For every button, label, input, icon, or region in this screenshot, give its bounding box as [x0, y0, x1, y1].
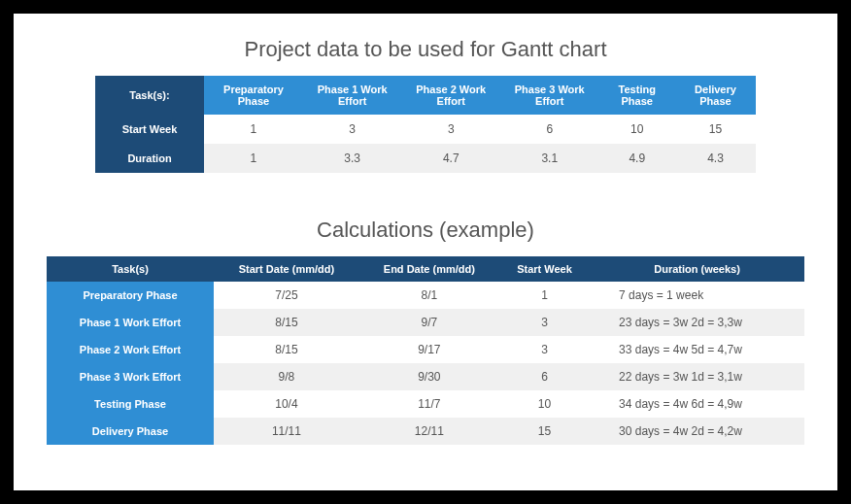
cell: 1 — [204, 115, 303, 144]
cell: 3 — [499, 336, 590, 363]
col-header: Testing Phase — [599, 76, 675, 115]
cell: 11/11 — [214, 418, 359, 445]
row-label: Preparatory Phase — [47, 282, 214, 309]
cell: 3 — [303, 115, 402, 144]
cell: 7/25 — [214, 282, 359, 309]
row-label: Duration — [95, 144, 204, 173]
section1-title: Project data to be used for Gantt chart — [33, 37, 818, 62]
cell: 8/1 — [359, 282, 499, 309]
cell: 1 — [499, 282, 590, 309]
table-row: Duration 1 3.3 4.7 3.1 4.9 4.3 — [95, 144, 756, 173]
cell: 3 — [401, 115, 500, 144]
table-row: Start Week 1 3 3 6 10 15 — [95, 115, 756, 144]
cell: 3 — [499, 309, 590, 336]
row-label: Start Week — [95, 115, 204, 144]
cell: 10/4 — [214, 390, 359, 418]
cell: 1 — [204, 144, 303, 173]
corner-header: Task(s): — [95, 76, 204, 115]
row-label: Testing Phase — [47, 390, 214, 418]
col-header: Duration (weeks) — [590, 256, 804, 282]
cell: 9/8 — [214, 363, 359, 390]
cell: 4.7 — [401, 144, 500, 173]
cell: 3.1 — [500, 144, 599, 173]
cell: 15 — [675, 115, 756, 144]
table-header-row: Task(s): Preparatory Phase Phase 1 Work … — [95, 76, 756, 115]
calculations-table: Task(s) Start Date (mm/dd) End Date (mm/… — [47, 256, 804, 445]
col-header: Phase 2 Work Effort — [401, 76, 500, 115]
cell: 22 days = 3w 1d = 3,1w — [590, 363, 804, 390]
table-header-row: Task(s) Start Date (mm/dd) End Date (mm/… — [47, 256, 804, 282]
row-label: Phase 2 Work Effort — [47, 336, 214, 363]
document-sheet: Project data to be used for Gantt chart … — [14, 14, 837, 490]
cell: 6 — [500, 115, 599, 144]
cell: 9/17 — [359, 336, 499, 363]
cell: 9/30 — [359, 363, 499, 390]
cell: 4.3 — [675, 144, 756, 173]
gantt-data-table: Task(s): Preparatory Phase Phase 1 Work … — [95, 76, 756, 173]
cell: 33 days = 4w 5d = 4,7w — [590, 336, 804, 363]
cell: 23 days = 3w 2d = 3,3w — [590, 309, 804, 336]
col-header: Start Date (mm/dd) — [214, 256, 359, 282]
col-header: Phase 1 Work Effort — [303, 76, 402, 115]
col-header: Task(s) — [47, 256, 214, 282]
cell: 8/15 — [214, 309, 359, 336]
table-row: Testing Phase10/411/71034 days = 4w 6d =… — [47, 390, 804, 418]
cell: 7 days = 1 week — [590, 282, 804, 309]
row-label: Phase 3 Work Effort — [47, 363, 214, 390]
cell: 12/11 — [359, 418, 499, 445]
cell: 4.9 — [599, 144, 675, 173]
table-row: Phase 1 Work Effort8/159/7323 days = 3w … — [47, 309, 804, 336]
cell: 6 — [499, 363, 590, 390]
cell: 11/7 — [359, 390, 499, 418]
table-row: Phase 3 Work Effort9/89/30622 days = 3w … — [47, 363, 804, 390]
col-header: Phase 3 Work Effort — [500, 76, 599, 115]
col-header: Delivery Phase — [675, 76, 756, 115]
cell: 34 days = 4w 6d = 4,9w — [590, 390, 804, 418]
cell: 10 — [499, 390, 590, 418]
row-label: Delivery Phase — [47, 418, 214, 445]
col-header: Start Week — [499, 256, 590, 282]
cell: 3.3 — [303, 144, 402, 173]
cell: 9/7 — [359, 309, 499, 336]
row-label: Phase 1 Work Effort — [47, 309, 214, 336]
cell: 30 days = 4w 2d = 4,2w — [590, 418, 804, 445]
table-row: Preparatory Phase7/258/117 days = 1 week — [47, 282, 804, 309]
col-header: Preparatory Phase — [204, 76, 303, 115]
table-row: Phase 2 Work Effort8/159/17333 days = 4w… — [47, 336, 804, 363]
cell: 10 — [599, 115, 675, 144]
cell: 8/15 — [214, 336, 359, 363]
table-row: Delivery Phase11/1112/111530 days = 4w 2… — [47, 418, 804, 445]
section2-title: Calculations (example) — [33, 218, 818, 243]
cell: 15 — [499, 418, 590, 445]
col-header: End Date (mm/dd) — [359, 256, 499, 282]
